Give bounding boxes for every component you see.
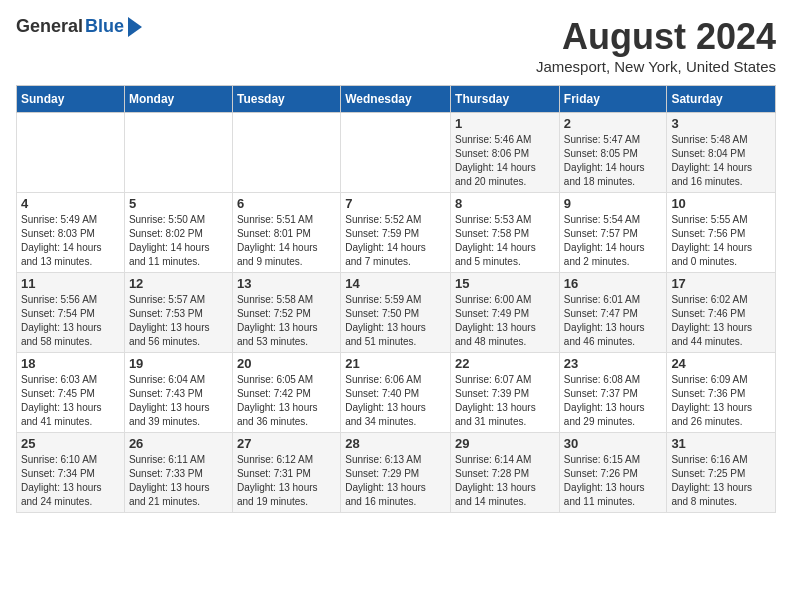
- day-detail: Sunrise: 5:47 AM Sunset: 8:05 PM Dayligh…: [564, 133, 663, 189]
- calendar-body: 1Sunrise: 5:46 AM Sunset: 8:06 PM Daylig…: [17, 113, 776, 513]
- calendar-cell: 28Sunrise: 6:13 AM Sunset: 7:29 PM Dayli…: [341, 433, 451, 513]
- day-detail: Sunrise: 6:12 AM Sunset: 7:31 PM Dayligh…: [237, 453, 336, 509]
- day-number: 24: [671, 356, 771, 371]
- day-detail: Sunrise: 5:54 AM Sunset: 7:57 PM Dayligh…: [564, 213, 663, 269]
- day-number: 2: [564, 116, 663, 131]
- day-detail: Sunrise: 5:52 AM Sunset: 7:59 PM Dayligh…: [345, 213, 446, 269]
- day-detail: Sunrise: 5:57 AM Sunset: 7:53 PM Dayligh…: [129, 293, 228, 349]
- calendar-cell: 15Sunrise: 6:00 AM Sunset: 7:49 PM Dayli…: [451, 273, 560, 353]
- calendar-cell: 13Sunrise: 5:58 AM Sunset: 7:52 PM Dayli…: [232, 273, 340, 353]
- day-number: 30: [564, 436, 663, 451]
- calendar-week-row: 25Sunrise: 6:10 AM Sunset: 7:34 PM Dayli…: [17, 433, 776, 513]
- weekday-header-row: SundayMondayTuesdayWednesdayThursdayFrid…: [17, 86, 776, 113]
- day-number: 22: [455, 356, 555, 371]
- calendar-cell: 12Sunrise: 5:57 AM Sunset: 7:53 PM Dayli…: [124, 273, 232, 353]
- day-detail: Sunrise: 6:13 AM Sunset: 7:29 PM Dayligh…: [345, 453, 446, 509]
- calendar-cell: 20Sunrise: 6:05 AM Sunset: 7:42 PM Dayli…: [232, 353, 340, 433]
- calendar-cell: 19Sunrise: 6:04 AM Sunset: 7:43 PM Dayli…: [124, 353, 232, 433]
- calendar-cell: 4Sunrise: 5:49 AM Sunset: 8:03 PM Daylig…: [17, 193, 125, 273]
- calendar-week-row: 1Sunrise: 5:46 AM Sunset: 8:06 PM Daylig…: [17, 113, 776, 193]
- day-number: 18: [21, 356, 120, 371]
- day-detail: Sunrise: 6:11 AM Sunset: 7:33 PM Dayligh…: [129, 453, 228, 509]
- calendar-cell: 30Sunrise: 6:15 AM Sunset: 7:26 PM Dayli…: [559, 433, 667, 513]
- calendar-table: SundayMondayTuesdayWednesdayThursdayFrid…: [16, 85, 776, 513]
- calendar-subtitle: Jamesport, New York, United States: [536, 58, 776, 75]
- day-number: 29: [455, 436, 555, 451]
- day-number: 4: [21, 196, 120, 211]
- calendar-cell: 23Sunrise: 6:08 AM Sunset: 7:37 PM Dayli…: [559, 353, 667, 433]
- calendar-cell: 17Sunrise: 6:02 AM Sunset: 7:46 PM Dayli…: [667, 273, 776, 353]
- day-number: 15: [455, 276, 555, 291]
- calendar-cell: 27Sunrise: 6:12 AM Sunset: 7:31 PM Dayli…: [232, 433, 340, 513]
- calendar-cell: [232, 113, 340, 193]
- page-header: General Blue August 2024 Jamesport, New …: [16, 16, 776, 75]
- weekday-header-tuesday: Tuesday: [232, 86, 340, 113]
- day-detail: Sunrise: 5:51 AM Sunset: 8:01 PM Dayligh…: [237, 213, 336, 269]
- day-detail: Sunrise: 6:14 AM Sunset: 7:28 PM Dayligh…: [455, 453, 555, 509]
- day-number: 5: [129, 196, 228, 211]
- day-detail: Sunrise: 5:46 AM Sunset: 8:06 PM Dayligh…: [455, 133, 555, 189]
- day-detail: Sunrise: 6:05 AM Sunset: 7:42 PM Dayligh…: [237, 373, 336, 429]
- day-detail: Sunrise: 6:09 AM Sunset: 7:36 PM Dayligh…: [671, 373, 771, 429]
- day-number: 6: [237, 196, 336, 211]
- day-number: 31: [671, 436, 771, 451]
- day-number: 23: [564, 356, 663, 371]
- calendar-cell: 2Sunrise: 5:47 AM Sunset: 8:05 PM Daylig…: [559, 113, 667, 193]
- calendar-week-row: 11Sunrise: 5:56 AM Sunset: 7:54 PM Dayli…: [17, 273, 776, 353]
- calendar-cell: 21Sunrise: 6:06 AM Sunset: 7:40 PM Dayli…: [341, 353, 451, 433]
- day-number: 20: [237, 356, 336, 371]
- calendar-cell: [341, 113, 451, 193]
- day-number: 13: [237, 276, 336, 291]
- calendar-cell: 18Sunrise: 6:03 AM Sunset: 7:45 PM Dayli…: [17, 353, 125, 433]
- day-detail: Sunrise: 6:10 AM Sunset: 7:34 PM Dayligh…: [21, 453, 120, 509]
- calendar-cell: 3Sunrise: 5:48 AM Sunset: 8:04 PM Daylig…: [667, 113, 776, 193]
- day-number: 19: [129, 356, 228, 371]
- weekday-header-sunday: Sunday: [17, 86, 125, 113]
- calendar-cell: 1Sunrise: 5:46 AM Sunset: 8:06 PM Daylig…: [451, 113, 560, 193]
- day-detail: Sunrise: 6:16 AM Sunset: 7:25 PM Dayligh…: [671, 453, 771, 509]
- calendar-cell: 22Sunrise: 6:07 AM Sunset: 7:39 PM Dayli…: [451, 353, 560, 433]
- calendar-cell: 11Sunrise: 5:56 AM Sunset: 7:54 PM Dayli…: [17, 273, 125, 353]
- weekday-header-wednesday: Wednesday: [341, 86, 451, 113]
- day-number: 26: [129, 436, 228, 451]
- day-detail: Sunrise: 5:49 AM Sunset: 8:03 PM Dayligh…: [21, 213, 120, 269]
- day-detail: Sunrise: 6:02 AM Sunset: 7:46 PM Dayligh…: [671, 293, 771, 349]
- calendar-week-row: 18Sunrise: 6:03 AM Sunset: 7:45 PM Dayli…: [17, 353, 776, 433]
- day-number: 14: [345, 276, 446, 291]
- calendar-cell: 26Sunrise: 6:11 AM Sunset: 7:33 PM Dayli…: [124, 433, 232, 513]
- day-number: 8: [455, 196, 555, 211]
- day-detail: Sunrise: 6:07 AM Sunset: 7:39 PM Dayligh…: [455, 373, 555, 429]
- calendar-cell: 16Sunrise: 6:01 AM Sunset: 7:47 PM Dayli…: [559, 273, 667, 353]
- calendar-cell: 5Sunrise: 5:50 AM Sunset: 8:02 PM Daylig…: [124, 193, 232, 273]
- weekday-header-monday: Monday: [124, 86, 232, 113]
- day-detail: Sunrise: 5:56 AM Sunset: 7:54 PM Dayligh…: [21, 293, 120, 349]
- calendar-cell: 24Sunrise: 6:09 AM Sunset: 7:36 PM Dayli…: [667, 353, 776, 433]
- day-number: 9: [564, 196, 663, 211]
- day-detail: Sunrise: 5:55 AM Sunset: 7:56 PM Dayligh…: [671, 213, 771, 269]
- day-number: 11: [21, 276, 120, 291]
- calendar-cell: 14Sunrise: 5:59 AM Sunset: 7:50 PM Dayli…: [341, 273, 451, 353]
- title-block: August 2024 Jamesport, New York, United …: [536, 16, 776, 75]
- logo: General Blue: [16, 16, 142, 37]
- day-number: 28: [345, 436, 446, 451]
- calendar-week-row: 4Sunrise: 5:49 AM Sunset: 8:03 PM Daylig…: [17, 193, 776, 273]
- day-number: 25: [21, 436, 120, 451]
- calendar-cell: 9Sunrise: 5:54 AM Sunset: 7:57 PM Daylig…: [559, 193, 667, 273]
- day-number: 21: [345, 356, 446, 371]
- calendar-cell: 31Sunrise: 6:16 AM Sunset: 7:25 PM Dayli…: [667, 433, 776, 513]
- day-number: 12: [129, 276, 228, 291]
- day-number: 3: [671, 116, 771, 131]
- day-detail: Sunrise: 5:50 AM Sunset: 8:02 PM Dayligh…: [129, 213, 228, 269]
- calendar-title: August 2024: [536, 16, 776, 58]
- weekday-header-thursday: Thursday: [451, 86, 560, 113]
- day-detail: Sunrise: 5:48 AM Sunset: 8:04 PM Dayligh…: [671, 133, 771, 189]
- day-detail: Sunrise: 6:00 AM Sunset: 7:49 PM Dayligh…: [455, 293, 555, 349]
- calendar-cell: [124, 113, 232, 193]
- logo-blue-text: Blue: [85, 16, 124, 37]
- day-detail: Sunrise: 6:03 AM Sunset: 7:45 PM Dayligh…: [21, 373, 120, 429]
- day-number: 27: [237, 436, 336, 451]
- day-detail: Sunrise: 6:01 AM Sunset: 7:47 PM Dayligh…: [564, 293, 663, 349]
- day-number: 1: [455, 116, 555, 131]
- calendar-cell: [17, 113, 125, 193]
- calendar-cell: 29Sunrise: 6:14 AM Sunset: 7:28 PM Dayli…: [451, 433, 560, 513]
